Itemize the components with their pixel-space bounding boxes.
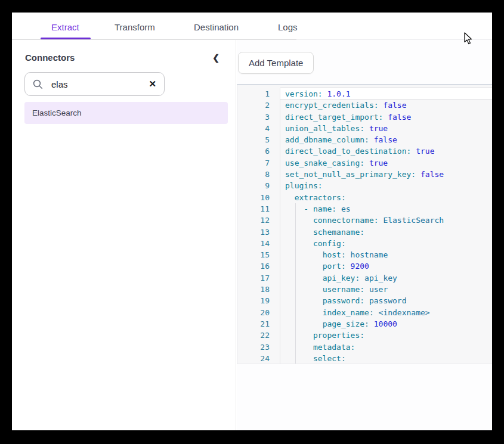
line-number: 13 xyxy=(237,226,280,238)
line-number: 15 xyxy=(237,249,280,260)
line-number: 20 xyxy=(237,307,280,318)
code-line[interactable]: 3direct_target_import: false xyxy=(237,111,504,123)
code-line-text: plugins: xyxy=(280,180,504,191)
code-line-text: password: password xyxy=(280,295,504,306)
code-line-text: extractors: xyxy=(280,192,504,203)
code-line[interactable]: 6direct_load_to_destination: true xyxy=(237,145,504,157)
code-line[interactable]: 1version: 1.0.1 xyxy=(237,88,504,100)
code-line-text: connectorname: ElasticSearch xyxy=(280,215,504,226)
chevron-left-icon: ❮ xyxy=(212,53,219,63)
code-line[interactable]: 8set_not_null_as_primary_key: false xyxy=(237,169,504,180)
line-number: 19 xyxy=(237,295,280,306)
code-line-text: config: xyxy=(280,238,504,249)
code-line-text: schemaname: xyxy=(280,226,504,238)
line-number: 18 xyxy=(237,284,280,295)
connector-item-elasticsearch[interactable]: ElasticSearch xyxy=(24,102,228,124)
code-line[interactable]: 9plugins: xyxy=(237,180,504,191)
code-line-text: direct_target_import: false xyxy=(280,111,504,123)
code-line[interactable]: 2encrypt_credentials: false xyxy=(237,100,504,111)
connectors-title: Connectors xyxy=(25,52,75,63)
connectors-panel: Connectors ❮ ✕ ElasticSearch xyxy=(12,40,236,430)
code-line-text: add_dbname_column: false xyxy=(280,134,504,145)
line-number: 6 xyxy=(237,145,280,157)
frame-right xyxy=(492,0,504,444)
code-line-text: properties: xyxy=(280,330,504,341)
indent-guide xyxy=(295,203,296,364)
line-number: 5 xyxy=(237,134,280,145)
tab-logs[interactable]: Logs xyxy=(278,22,298,32)
search-input[interactable] xyxy=(50,79,149,90)
code-line[interactable]: 14 config: xyxy=(237,238,504,249)
frame-left xyxy=(0,0,12,444)
code-line[interactable]: 17 api_key: api_key xyxy=(237,272,504,284)
code-line[interactable]: 15 host: hostname xyxy=(237,249,504,260)
tab-transform[interactable]: Transform xyxy=(115,22,155,32)
line-number: 11 xyxy=(237,203,280,215)
close-icon: ✕ xyxy=(149,79,156,89)
code-line[interactable]: 12 connectorname: ElasticSearch xyxy=(237,215,504,226)
code-line[interactable]: 19 password: password xyxy=(237,295,504,306)
code-line[interactable]: 7use_snake_casing: true xyxy=(237,157,504,169)
code-line-text: select: xyxy=(280,353,504,364)
code-line-text: index_name: <indexname> xyxy=(280,307,504,318)
code-line-text: set_not_null_as_primary_key: false xyxy=(280,169,504,180)
line-number: 23 xyxy=(237,341,280,353)
code-line-text: port: 9200 xyxy=(280,260,504,272)
connector-item-label: ElasticSearch xyxy=(32,108,82,117)
line-number: 3 xyxy=(237,111,280,123)
line-number: 7 xyxy=(237,157,280,169)
code-line[interactable]: 23 metadata: xyxy=(237,341,504,353)
code-line[interactable]: 13 schemaname: xyxy=(237,226,504,238)
code-line[interactable]: 11 - name: es xyxy=(237,203,504,215)
code-line[interactable]: 18 username: user xyxy=(237,284,504,295)
line-number: 24 xyxy=(237,353,280,364)
line-number: 9 xyxy=(237,180,280,191)
line-number: 17 xyxy=(237,272,280,284)
line-number: 16 xyxy=(237,260,280,272)
code-line-text: direct_load_to_destination: true xyxy=(280,145,504,157)
line-number: 14 xyxy=(237,238,280,249)
code-line-text: host: hostname xyxy=(280,249,504,260)
collapse-sidebar-button[interactable]: ❮ xyxy=(210,52,222,64)
connector-search-box[interactable]: ✕ xyxy=(24,72,165,96)
code-line-text: encrypt_credentials: false xyxy=(280,100,504,111)
line-number: 10 xyxy=(237,192,280,203)
tab-destination[interactable]: Destination xyxy=(194,22,239,32)
code-line-text: username: user xyxy=(280,284,504,295)
clear-search-button[interactable]: ✕ xyxy=(149,79,156,89)
code-line[interactable]: 24 select: xyxy=(237,353,504,364)
code-line[interactable]: 4union_all_tables: true xyxy=(237,123,504,134)
frame-top xyxy=(0,0,504,13)
code-line-text: api_key: api_key xyxy=(280,272,504,284)
line-number: 4 xyxy=(237,123,280,134)
code-line[interactable]: 5add_dbname_column: false xyxy=(237,134,504,145)
code-line-text: use_snake_casing: true xyxy=(280,157,504,169)
line-number: 2 xyxy=(237,100,280,111)
tab-extract[interactable]: Extract xyxy=(51,22,79,32)
line-number: 1 xyxy=(237,88,280,100)
line-number: 22 xyxy=(237,330,280,341)
code-line[interactable]: 21 page_size: 10000 xyxy=(237,318,504,330)
code-line-text: version: 1.0.1 xyxy=(280,88,504,100)
code-line-text: page_size: 10000 xyxy=(280,318,504,330)
search-icon xyxy=(33,79,43,89)
add-template-button[interactable]: Add Template xyxy=(238,52,314,74)
tab-bar: Extract Transform Destination Logs xyxy=(12,13,492,40)
yaml-editor[interactable]: 1version: 1.0.12encrypt_credentials: fal… xyxy=(237,84,504,364)
code-line[interactable]: 22 properties: xyxy=(237,330,504,341)
frame-bottom xyxy=(0,430,504,444)
line-number: 8 xyxy=(237,169,280,180)
code-line[interactable]: 16 port: 9200 xyxy=(237,260,504,272)
code-line-text: - name: es xyxy=(280,203,504,215)
code-line[interactable]: 20 index_name: <indexname> xyxy=(237,307,504,318)
line-number: 12 xyxy=(237,215,280,226)
line-number: 21 xyxy=(237,318,280,330)
code-line[interactable]: 10 extractors: xyxy=(237,192,504,203)
code-line-text: metadata: xyxy=(280,341,504,353)
code-line-text: union_all_tables: true xyxy=(280,123,504,134)
code-lines: 1version: 1.0.12encrypt_credentials: fal… xyxy=(237,88,504,364)
